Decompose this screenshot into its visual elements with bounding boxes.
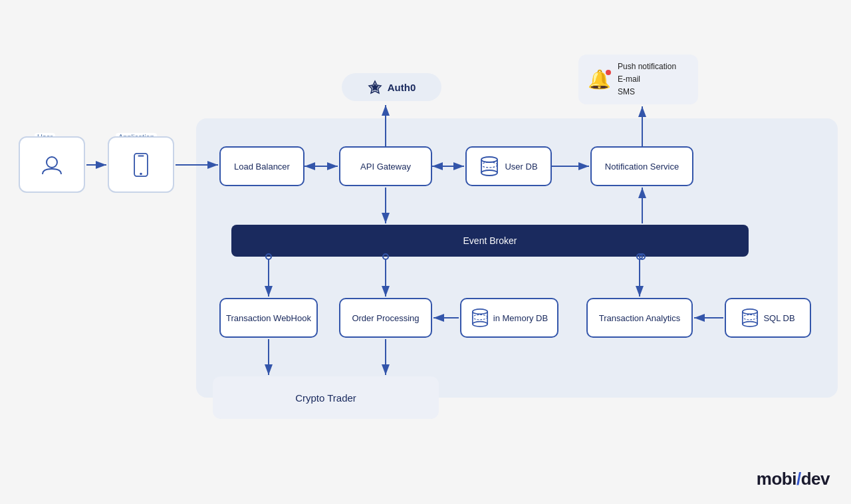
transaction-analytics-box: Transaction Analytics [586, 298, 693, 338]
email-label: E-mail [618, 73, 676, 86]
application-box [108, 136, 174, 193]
in-memory-db-label: in Memory DB [493, 313, 548, 323]
bell-dot [606, 70, 611, 75]
user-db-icon [479, 156, 499, 177]
in-memory-db-box: in Memory DB [460, 298, 558, 338]
sql-db-label: SQL DB [763, 313, 794, 323]
svg-point-6 [481, 157, 497, 162]
svg-point-15 [473, 315, 487, 319]
svg-point-17 [743, 322, 757, 326]
transaction-analytics-label: Transaction Analytics [599, 313, 680, 323]
order-processing-label: Order Processing [352, 313, 419, 323]
order-processing-box: Order Processing [339, 298, 432, 338]
svg-point-10 [481, 162, 497, 168]
svg-point-2 [47, 157, 57, 168]
auth0-label: Auth0 [388, 82, 416, 93]
notification-service-box: Notification Service [590, 146, 693, 186]
logo-part2: dev [801, 469, 830, 489]
crypto-trader-label: Crypto Trader [295, 392, 356, 404]
notification-info-box: 🔔 Push notification E-mail SMS [578, 55, 698, 104]
svg-point-12 [473, 322, 487, 326]
logo-slash: / [796, 469, 801, 489]
user-icon [40, 153, 64, 177]
svg-point-7 [481, 170, 497, 176]
application-icon [132, 153, 150, 177]
auth0-icon [368, 80, 382, 94]
svg-point-11 [473, 309, 487, 314]
crypto-trader-box: Crypto Trader [213, 376, 439, 419]
sql-db-icon [741, 308, 759, 328]
auth0-box: Auth0 [342, 73, 441, 101]
diagram-area: 🔔 Push notification E-mail SMS Auth0 Use… [0, 0, 851, 504]
notification-text: Push notification E-mail SMS [618, 61, 676, 99]
api-gateway-label: API Gateway [360, 162, 411, 172]
api-gateway-box: API Gateway [339, 146, 432, 186]
svg-point-16 [743, 309, 757, 314]
mobidev-logo: mobi/dev [757, 469, 830, 489]
load-balancer-label: Load Balancer [234, 162, 290, 172]
svg-point-5 [140, 172, 142, 175]
event-broker-box: Event Broker [231, 225, 749, 257]
transaction-webhook-label: Transaction WebHook [226, 313, 311, 323]
in-memory-db-icon [471, 308, 489, 328]
svg-point-20 [743, 315, 757, 319]
sms-label: SMS [618, 86, 676, 98]
push-notification-label: Push notification [618, 61, 676, 73]
user-db-label: User DB [505, 162, 537, 172]
load-balancer-box: Load Balancer [219, 146, 304, 186]
user-db-box: User DB [465, 146, 552, 186]
notification-service-label: Notification Service [605, 162, 679, 172]
transaction-webhook-box: Transaction WebHook [219, 298, 318, 338]
logo-part1: mobi [757, 469, 796, 489]
event-broker-label: Event Broker [463, 235, 517, 246]
sql-db-box: SQL DB [725, 298, 811, 338]
user-box [19, 136, 85, 193]
